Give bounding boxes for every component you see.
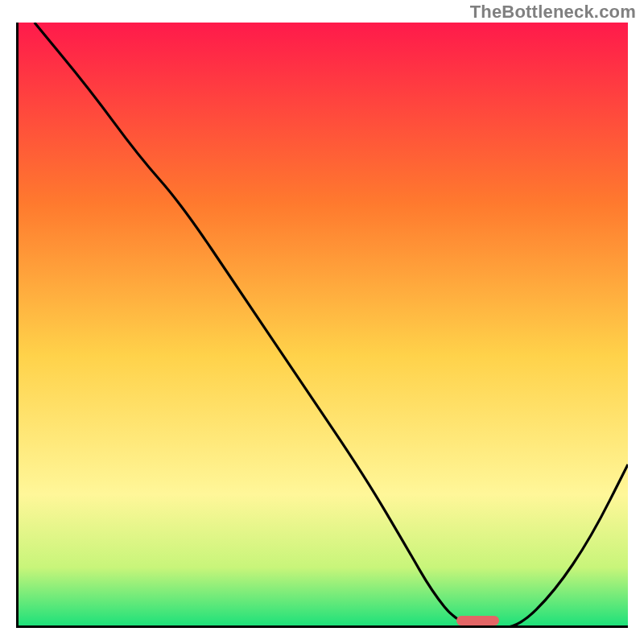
x-axis-line — [16, 625, 628, 628]
curve-path — [35, 23, 628, 628]
bottleneck-curve — [16, 23, 628, 628]
y-axis-line — [16, 23, 19, 628]
watermark-text: TheBottleneck.com — [470, 2, 636, 23]
chart-container: TheBottleneck.com — [0, 0, 644, 644]
highlight-marker — [456, 616, 499, 625]
plot-area — [16, 23, 628, 628]
